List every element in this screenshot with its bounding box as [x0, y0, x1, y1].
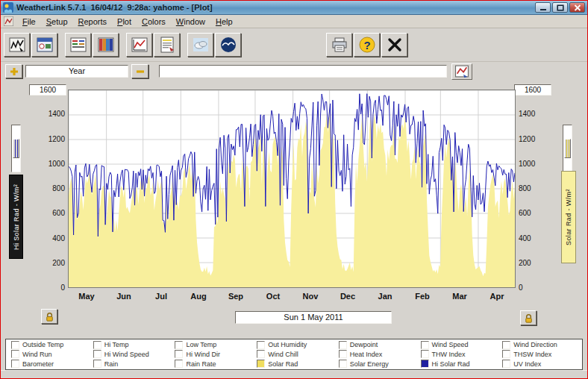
y-tick-right-1000: 1000	[519, 160, 545, 168]
month-label-apr: Apr	[478, 292, 516, 301]
summary-icon	[69, 36, 87, 54]
zoom-in-button[interactable]	[5, 64, 22, 78]
close-icon	[574, 4, 581, 11]
menubar: FileSetupReportsPlotColorsWindowHelp	[1, 15, 587, 28]
solar-rad-area	[69, 111, 515, 287]
legend-item-wind-chill: Wind Chill	[253, 350, 335, 359]
toolbar: ?	[1, 28, 587, 62]
legend-item-low-temp: Low Temp	[171, 340, 253, 349]
legend-label-solar-energy: Solar Energy	[350, 360, 389, 368]
plot	[68, 90, 516, 288]
legend-label-thw-index: THW Index	[432, 351, 466, 358]
zoom-bar: Year	[1, 62, 587, 81]
month-label-sep: Sep	[217, 292, 254, 301]
bulletin-button[interactable]	[31, 33, 57, 57]
legend-checkbox-hi-wind-dir[interactable]	[175, 350, 183, 358]
legend-checkbox-dewpoint[interactable]	[339, 341, 347, 349]
legend-label-heat-index: Heat Index	[350, 351, 383, 358]
menu-colors[interactable]: Colors	[137, 16, 171, 27]
browse-button[interactable]	[93, 33, 119, 57]
y-tick-right-1400: 1400	[519, 110, 545, 118]
legend-checkbox-hi-temp[interactable]	[93, 341, 101, 349]
legend-checkbox-hi-wind-speed[interactable]	[93, 350, 101, 358]
zoom-out-button[interactable]	[131, 64, 148, 78]
plot-button[interactable]	[126, 33, 152, 57]
browse-icon	[97, 36, 115, 54]
minimize-icon	[539, 4, 547, 11]
menu-file[interactable]: File	[17, 16, 41, 27]
right-axis-slider[interactable]	[563, 125, 572, 172]
month-label-oct: Oct	[254, 292, 292, 301]
right-axis-slider-thumb[interactable]	[564, 139, 571, 158]
print-button[interactable]	[326, 33, 352, 57]
legend-label-wind-chill: Wind Chill	[268, 351, 298, 358]
legend-label-wind-run: Wind Run	[22, 351, 52, 358]
legend-checkbox-rain[interactable]	[93, 360, 101, 368]
maximize-icon	[557, 4, 564, 11]
noaa-button[interactable]	[215, 33, 241, 57]
legend-checkbox-outside-temp[interactable]	[11, 341, 19, 349]
legend-checkbox-solar-energy[interactable]	[339, 360, 347, 368]
left-axis-max-box[interactable]: 1600	[29, 84, 66, 95]
weather-cloud-button[interactable]	[187, 33, 213, 57]
legend-label-wind-direction: Wind Direction	[513, 341, 557, 348]
plot-options-button[interactable]	[451, 63, 472, 80]
chart-area: 1600 1600 Hi Solar Rad - W/m² Solar Rad …	[1, 81, 587, 333]
legend-item-solar-energy: Solar Energy	[335, 360, 417, 369]
legend-checkbox-wind-run[interactable]	[11, 350, 19, 358]
left-axis-slider[interactable]	[11, 125, 21, 172]
month-label-may: May	[68, 292, 105, 301]
legend-checkbox-rain-rate[interactable]	[175, 360, 183, 368]
date-box[interactable]: Sun 1 May 2011	[235, 311, 392, 324]
summary-button[interactable]	[65, 33, 91, 57]
menu-help[interactable]: Help	[210, 16, 238, 27]
menu-setup[interactable]: Setup	[41, 16, 73, 27]
menu-reports[interactable]: Reports	[73, 16, 113, 27]
legend-checkbox-thsw-index[interactable]	[502, 350, 510, 358]
legend-checkbox-barometer[interactable]	[11, 360, 19, 368]
zoom-span-field[interactable]: Year	[25, 65, 128, 78]
menu-window[interactable]: Window	[171, 16, 210, 27]
legend-checkbox-heat-index[interactable]	[339, 350, 347, 358]
weatherlink-window: WeatherLink 5.7.1 16/04/12 9:28a: yahome…	[0, 0, 588, 379]
legend-label-thsw-index: THSW Index	[513, 351, 551, 358]
menu-plot[interactable]: Plot	[112, 16, 137, 27]
legend-checkbox-wind-chill[interactable]	[257, 350, 265, 358]
close-plot-button[interactable]	[381, 33, 407, 57]
month-label-mar: Mar	[441, 292, 478, 301]
legend-item-wind-speed: Wind Speed	[417, 340, 499, 349]
legend-checkbox-wind-direction[interactable]	[502, 341, 510, 349]
legend-checkbox-out-humidity[interactable]	[257, 341, 265, 349]
strip-chart-button[interactable]	[4, 33, 30, 57]
legend-item-solar-rad: Solar Rad	[253, 360, 335, 369]
month-label-jan: Jan	[366, 292, 404, 301]
legend-item-dewpoint: Dewpoint	[335, 340, 417, 349]
month-label-dec: Dec	[329, 292, 366, 301]
legend-label-uv-index: UV Index	[513, 360, 541, 368]
weather-cloud-icon	[192, 36, 210, 54]
report-button[interactable]	[154, 33, 180, 57]
legend-checkbox-wind-speed[interactable]	[421, 341, 429, 349]
legend-checkbox-thw-index[interactable]	[421, 350, 429, 358]
legend-checkbox-solar-rad[interactable]	[257, 360, 265, 368]
plot-icon	[131, 36, 148, 54]
app-icon	[3, 2, 13, 13]
help-button[interactable]: ?	[354, 33, 380, 57]
zoom-info-field[interactable]	[159, 65, 447, 78]
legend-label-barometer: Barometer	[22, 360, 54, 368]
legend-item-out-humidity: Out Humidity	[253, 340, 335, 349]
y-tick-right-600: 600	[519, 209, 545, 217]
close-button[interactable]	[569, 2, 585, 13]
legend-checkbox-low-temp[interactable]	[175, 341, 183, 349]
minimize-button[interactable]	[535, 2, 551, 13]
left-scale-lock-button[interactable]	[41, 309, 57, 324]
left-axis-slider-thumb[interactable]	[13, 139, 19, 158]
legend-checkbox-hi-solar-rad[interactable]	[421, 360, 429, 368]
legend-item-outside-temp: Outside Temp	[7, 340, 90, 349]
maximize-button[interactable]	[552, 2, 568, 13]
right-axis-max-box[interactable]: 1600	[514, 84, 551, 95]
window-controls	[535, 2, 585, 13]
right-scale-lock-button[interactable]	[520, 310, 537, 325]
plot-window-icon[interactable]	[4, 16, 14, 26]
legend-checkbox-uv-index[interactable]	[502, 360, 510, 368]
